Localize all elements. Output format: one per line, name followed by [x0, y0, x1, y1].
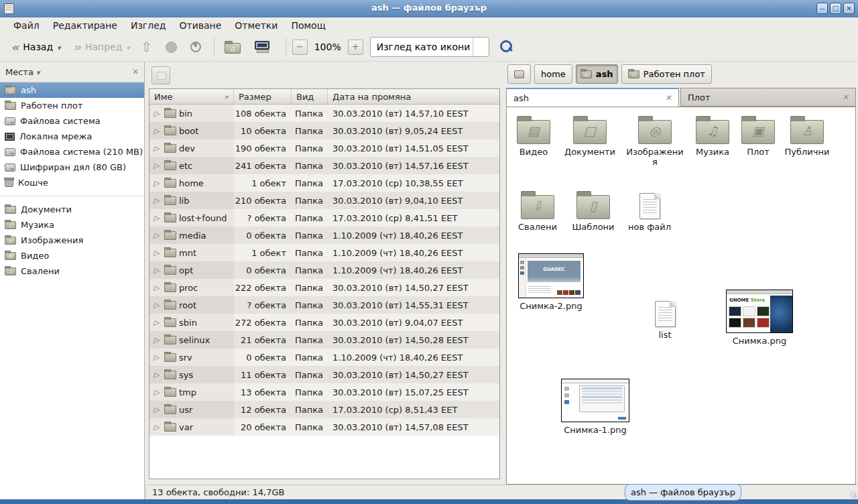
icon-item-downloads[interactable]: Свалени — [511, 189, 564, 232]
icon-item-templates[interactable]: Шаблони — [566, 189, 620, 232]
back-button[interactable]: « Назад — [7, 39, 65, 55]
search-icon[interactable] — [500, 40, 513, 54]
sidebar-item-music[interactable]: Музика — [0, 217, 144, 233]
icon-item-documents[interactable]: Документи — [562, 114, 618, 157]
forward-button[interactable]: » Напред — [69, 39, 134, 55]
icon-item-snimka2[interactable]: GUADEC Снимка-2.png — [516, 253, 586, 311]
up-button[interactable] — [141, 39, 152, 55]
path-root-button[interactable] — [507, 64, 531, 84]
icon-item-list[interactable]: list — [638, 297, 692, 340]
sidebar-item-video[interactable]: Видео — [0, 248, 144, 263]
tab-plot[interactable]: Плот — [680, 88, 856, 107]
icon-item-music[interactable]: Музика — [688, 114, 737, 157]
expander-icon[interactable] — [154, 371, 162, 379]
icon-item-video[interactable]: Видео — [507, 114, 560, 157]
computer-button[interactable] — [245, 38, 280, 56]
column-header-size[interactable]: Размер — [234, 89, 292, 104]
expander-icon[interactable] — [154, 405, 162, 414]
table-row[interactable]: lost+found? обектаПапка17.03.2010 (ср) 8… — [149, 209, 499, 227]
icon-view[interactable]: Видео Документи Изображения Музика Плот … — [506, 107, 856, 485]
zoom-in-button[interactable] — [348, 40, 363, 55]
sidebar-item-filesystem-210mb[interactable]: Файлова система (210 MB) — [0, 144, 144, 160]
column-header-type[interactable]: Вид — [292, 89, 328, 104]
expander-icon[interactable] — [154, 249, 162, 257]
sidebar-item-ash[interactable]: ash — [0, 82, 144, 98]
sidebar-dropdown-icon[interactable] — [36, 67, 40, 77]
expander-icon[interactable] — [154, 162, 162, 170]
forward-dropdown-icon[interactable] — [126, 42, 130, 52]
table-row[interactable]: srv0 обектаПапка1.10.2009 (чт) 18,40,26 … — [149, 349, 499, 366]
expander-icon[interactable] — [154, 318, 162, 327]
table-row[interactable]: home1 обектПапка17.03.2010 (ср) 10,38,55… — [149, 174, 499, 192]
icon-item-snimka[interactable]: GNOME Store Снимка.png — [724, 290, 795, 346]
table-row[interactable]: mnt1 обектПапка1.10.2009 (чт) 18,40,26 E… — [149, 244, 499, 261]
column-header-date[interactable]: Дата на промяна — [328, 89, 499, 104]
path-home-button[interactable]: home — [534, 64, 572, 84]
expander-icon[interactable] — [154, 266, 162, 275]
combo-spinner-icon[interactable] — [473, 38, 489, 56]
table-row[interactable]: dev190 обектаПапка30.03.2010 (вт) 14,51,… — [149, 139, 499, 157]
sidebar-item-pictures[interactable]: Изображения — [0, 233, 144, 248]
home-button[interactable] — [221, 38, 245, 56]
table-row[interactable]: boot10 обектаПапка30.03.2010 (вт) 9,05,2… — [149, 122, 499, 139]
table-row[interactable]: bin108 обектаПапка30.03.2010 (вт) 14,57,… — [149, 105, 499, 122]
close-button[interactable] — [843, 3, 855, 14]
expander-icon[interactable] — [154, 127, 162, 135]
path-desktop-button[interactable]: Работен плот — [621, 64, 712, 84]
maximize-button[interactable] — [830, 3, 841, 14]
resize-grip[interactable] — [850, 491, 857, 498]
table-row[interactable]: opt0 обектаПапка1.10.2009 (чт) 18,40,26 … — [149, 261, 499, 279]
expander-icon[interactable] — [154, 336, 162, 344]
expander-icon[interactable] — [154, 353, 162, 362]
column-header-name[interactable]: Име — [149, 89, 234, 104]
expander-icon[interactable] — [154, 196, 162, 205]
zoom-out-button[interactable] — [292, 40, 308, 55]
table-row[interactable]: sys11 обектаПапка30.03.2010 (вт) 14,50,2… — [149, 366, 499, 383]
expander-icon[interactable] — [154, 284, 162, 292]
menu-go[interactable]: Отиване — [172, 19, 228, 32]
sidebar-item-desktop[interactable]: Работен плот — [0, 98, 144, 113]
icon-item-public[interactable]: Публични — [780, 114, 834, 157]
menu-bookmarks[interactable]: Отметки — [228, 19, 284, 32]
expander-icon[interactable] — [154, 231, 162, 240]
expander-icon[interactable] — [154, 388, 162, 397]
sidebar-close-icon[interactable] — [132, 67, 139, 76]
menu-view[interactable]: Изглед — [124, 19, 173, 32]
table-row[interactable]: proc222 обектаПапка30.03.2010 (вт) 14,50… — [149, 279, 499, 296]
icon-item-snimka1[interactable]: Снимка-1.png — [560, 379, 631, 435]
expander-icon[interactable] — [154, 423, 162, 432]
icon-item-desktop[interactable]: Плот — [737, 114, 780, 157]
icon-item-new-file[interactable]: нов файл — [623, 189, 676, 232]
table-row[interactable]: sbin272 обектаПапка30.03.2010 (вт) 9,04,… — [149, 314, 499, 331]
menu-edit[interactable]: Редактиране — [46, 19, 124, 32]
icon-item-pictures[interactable]: Изображения — [625, 114, 685, 167]
expander-icon[interactable] — [154, 144, 162, 153]
sidebar-item-encrypted-80gb[interactable]: Шифриран дял (80 GB) — [0, 160, 144, 175]
expander-icon[interactable] — [154, 109, 162, 118]
tab-close-icon[interactable] — [842, 92, 849, 102]
sidebar-title[interactable]: Места — [5, 67, 34, 77]
sidebar-item-network[interactable]: Локална мрежа — [0, 129, 144, 144]
back-dropdown-icon[interactable] — [57, 42, 61, 52]
sidebar-item-documents[interactable]: Документи — [0, 202, 144, 217]
menu-file[interactable]: Файл — [7, 19, 46, 32]
menu-help[interactable]: Помощ — [284, 19, 332, 32]
table-row[interactable]: lib210 обектаПапка30.03.2010 (вт) 9,04,1… — [149, 192, 499, 209]
expander-icon[interactable] — [154, 179, 162, 188]
table-row[interactable]: etc241 обектаПапка30.03.2010 (вт) 14,57,… — [149, 157, 499, 174]
taskbar-window-button[interactable]: ash — файлов браузър — [625, 484, 741, 501]
table-row[interactable]: media0 обектаПапка1.10.2009 (чт) 18,40,2… — [149, 227, 499, 244]
sidebar-item-filesystem[interactable]: Файлова система — [0, 113, 144, 129]
expander-icon[interactable] — [154, 301, 162, 310]
tab-close-icon[interactable] — [665, 93, 672, 103]
table-row[interactable]: selinux21 обектаПапка30.03.2010 (вт) 14,… — [149, 331, 499, 349]
sidebar-item-downloads[interactable]: Свалени — [0, 263, 144, 279]
minimize-button[interactable] — [816, 3, 828, 14]
table-row[interactable]: var20 обектаПапка30.03.2010 (вт) 14,57,0… — [149, 418, 499, 436]
path-ash-button[interactable]: ash — [576, 64, 618, 84]
table-row[interactable]: usr12 обектаПапка17.03.2010 (ср) 8,51,43… — [149, 401, 499, 418]
sidebar-item-trash[interactable]: Кошче — [0, 175, 144, 190]
table-row[interactable]: tmp13 обектаПапка30.03.2010 (вт) 15,07,2… — [149, 383, 499, 401]
table-row[interactable]: root? обектаПапка30.03.2010 (вт) 14,55,3… — [149, 296, 499, 314]
view-mode-select[interactable]: Изглед като икони — [370, 37, 489, 57]
